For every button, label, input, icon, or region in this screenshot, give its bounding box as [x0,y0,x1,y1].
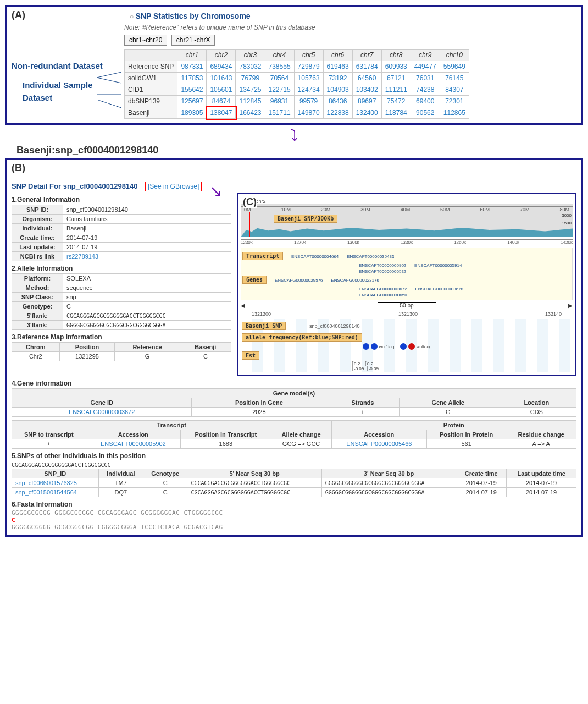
note-text: Note:"#Reference" refers to unique name … [124,24,576,31]
gene-info-title: 4.Gene information [12,380,576,387]
allele-info-table: Platform:SOLEXA Method:sequence SNP Clas… [12,273,231,330]
table-row: solidGW1 117853 101643 76799 70564 10576… [125,73,469,84]
panel-c: (C) chr2 0M10M20M30M40M50M60M70M80M Base… [237,193,576,376]
allele-freq-track[interactable]: allele frequency(Ref:blue;SNP:red) [242,333,362,342]
tab-chr1-20[interactable]: chr1~chr20 [124,35,167,46]
panel-c-label: (C) [243,196,257,208]
table-row: snp_cf0066001576325 TM7 C CGCAGGGAGCGCGG… [12,479,576,488]
protein-link[interactable]: ENSCAFP00000005466 [331,439,426,449]
genes-track[interactable]: Genes [242,276,267,284]
gene-model-table: Gene model(s) Gene IDPosition in GeneStr… [12,388,576,417]
table-header-row: chr1 chr2 chr3 chr4 chr5 chr6 chr7 chr8 … [125,50,469,61]
snp-stats-title: SNP Statistics by Chromosome [136,12,251,20]
fasta-seq-2: GGGGGCGGGG GCGCGGGCGG CGGGGCGGGA TCCCTCT… [12,524,576,531]
chrom-label: chr2 [256,199,573,204]
stats-table: chr1 chr2 chr3 chr4 chr5 chr6 chr7 chr8 … [124,49,469,119]
transcript-track[interactable]: Transcript [242,252,283,260]
basenji-snp-track[interactable]: Basenji SNP [242,322,286,330]
scale-bar: 50 bp [378,302,435,309]
snp-heading: Basenji:snp_cf0004001298140 [16,145,583,156]
general-info-title: 1.General Information [12,196,231,204]
svg-line-0 [97,72,121,78]
nav-left-icon[interactable]: ◀ [241,302,245,309]
position-marker-icon [249,212,250,237]
table-row: CID1 155642 105601 134725 122715 124734 … [125,84,469,96]
refmap-table: Chrom Position Reference Basenji Chr2 13… [12,342,231,361]
squiggle-arrow-icon: ⤵ [5,127,583,145]
panel-a: (A) Non-redundant Dataset Individual Sam… [5,6,583,125]
density-plot[interactable]: 0M10M20M30M40M50M60M70M80M Basenji SNP/3… [241,204,573,237]
ref-dot-icon [371,343,378,350]
refmap-title: 3.Reference Map information [12,333,231,341]
panel-b: (B) SNP Detail For snp_cf0004001298140 [… [5,158,583,537]
other-snp-link[interactable]: snp_cf0066001576325 [12,479,99,488]
fasta-title: 6.Fasta Information [12,501,576,508]
snp-dot-icon [408,343,415,350]
snp-detail-title: SNP Detail For snp_cf0004001298140 [12,182,138,190]
ncbi-rs-link[interactable]: rs22789143 [63,252,231,261]
table-row: Basenji 189305 138047 166423 151711 1498… [125,107,469,119]
ref-dot-icon [363,343,369,350]
svg-line-1 [97,78,121,83]
other-snps-table: SNP_IDIndividualGenotype5' Near Seq 30 b… [12,469,576,497]
ref-dot-icon [400,343,407,350]
other-snp-link[interactable]: snp_cf0015001544564 [12,488,99,497]
other-snps-title: 5.SNPs of other individuals in this posi… [12,452,576,460]
table-row: snp_cf0015001544564 DQ7 C CGCAGGGAGCGCGG… [12,488,576,497]
density-track-label: Basenji SNP/300Kb [274,215,337,223]
table-row: Reference SNP 987331 689434 783032 73855… [125,61,469,73]
table-row: dbSNP139 125697 84674 112845 96931 99579… [125,96,469,107]
fasta-seq-1: GGGGGCGCGG GGGGCGCGGC CGCAGGGAGC GCGGGGG… [12,509,576,516]
panel-b-label: (B) [12,162,25,174]
tab-chr21-x[interactable]: chr21~chrX [171,35,215,46]
general-info-table: SNP ID:snp_cf0004001298140 Organism:Cani… [12,205,231,261]
allele-info-title: 2.Allele Information [12,265,231,272]
transcript-protein-table: TranscriptProtein SNP to transcriptAcces… [12,420,576,449]
diagonal-arrow-icon: ↘ [209,183,222,200]
highlighted-cell[interactable]: 138047 [207,107,236,119]
fst-track[interactable]: Fst [242,351,259,360]
nav-right-icon[interactable]: ▶ [568,302,573,309]
see-in-gbrowse-link[interactable]: [See in GBrowse] [145,182,202,191]
transcript-link[interactable]: ENSCAFT00000005902 [86,439,181,449]
gene-id-link[interactable]: ENSCAFG00000003672 [12,408,192,417]
svg-line-3 [97,100,121,108]
dataset-connector-lines [12,12,124,122]
fasta-variant: C [12,516,15,524]
